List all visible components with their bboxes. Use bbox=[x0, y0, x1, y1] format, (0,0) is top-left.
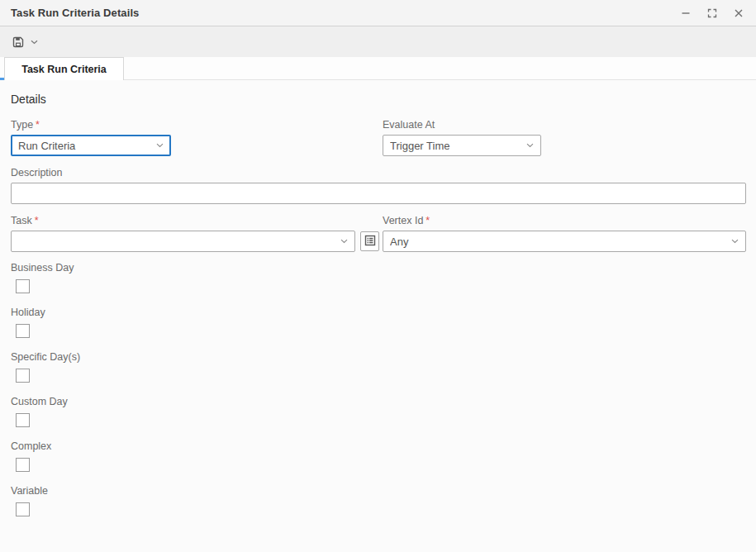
task-label: Task* bbox=[11, 215, 383, 226]
save-icon bbox=[12, 36, 25, 49]
holiday-checkbox[interactable] bbox=[16, 324, 30, 338]
description-label: Description bbox=[11, 167, 746, 178]
variable-label: Variable bbox=[11, 485, 746, 497]
window-title: Task Run Criteria Details bbox=[11, 7, 139, 19]
toolbar bbox=[0, 26, 756, 57]
business-day-label: Business Day bbox=[11, 262, 746, 274]
holiday-label: Holiday bbox=[11, 307, 746, 318]
complex-checkbox[interactable] bbox=[16, 458, 30, 472]
complex-label: Complex bbox=[11, 440, 746, 452]
custom-day-checkbox[interactable] bbox=[16, 413, 30, 427]
list-picker-icon bbox=[364, 235, 376, 249]
business-day-checkbox[interactable] bbox=[16, 279, 30, 293]
details-panel: Details Type* Run Criteria Evaluate At bbox=[0, 80, 756, 552]
maximize-icon bbox=[707, 8, 717, 18]
task-dropdown[interactable] bbox=[11, 231, 355, 252]
type-dropdown-value: Run Criteria bbox=[18, 140, 151, 152]
required-asterisk: * bbox=[36, 119, 40, 131]
evaluate-at-dropdown[interactable]: Trigger Time bbox=[383, 135, 541, 156]
required-asterisk: * bbox=[426, 215, 430, 226]
section-title: Details bbox=[11, 93, 746, 106]
task-picker-button[interactable] bbox=[360, 231, 379, 251]
tab-task-run-criteria[interactable]: Task Run Criteria bbox=[4, 57, 124, 80]
required-asterisk: * bbox=[35, 215, 39, 226]
type-dropdown[interactable]: Run Criteria bbox=[11, 135, 171, 156]
vertex-id-dropdown-value: Any bbox=[390, 236, 726, 248]
vertex-id-dropdown[interactable]: Any bbox=[383, 231, 746, 252]
custom-day-label: Custom Day bbox=[11, 396, 746, 407]
chevron-down-icon bbox=[156, 143, 164, 148]
task-run-criteria-details-window: Task Run Criteria Details bbox=[0, 0, 756, 552]
window-controls bbox=[678, 6, 746, 21]
tab-bar: Task Run Criteria bbox=[0, 57, 756, 80]
maximize-button[interactable] bbox=[705, 6, 720, 21]
close-button[interactable] bbox=[731, 6, 746, 21]
variable-checkbox[interactable] bbox=[16, 502, 30, 516]
save-dropdown-chevron-icon[interactable] bbox=[31, 40, 38, 45]
specific-days-label: Specific Day(s) bbox=[11, 351, 746, 363]
minimize-button[interactable] bbox=[678, 6, 693, 21]
description-input[interactable] bbox=[11, 183, 746, 204]
save-split-button[interactable] bbox=[8, 33, 41, 51]
minimize-icon bbox=[681, 8, 691, 18]
chevron-down-icon bbox=[340, 239, 348, 244]
chevron-down-icon bbox=[731, 239, 739, 244]
evaluate-at-label: Evaluate At bbox=[383, 119, 746, 131]
vertex-id-label: Vertex Id* bbox=[383, 215, 746, 226]
specific-days-checkbox[interactable] bbox=[16, 369, 30, 383]
chevron-down-icon bbox=[526, 143, 534, 148]
close-icon bbox=[734, 8, 744, 18]
type-label: Type* bbox=[11, 119, 383, 131]
evaluate-at-dropdown-value: Trigger Time bbox=[390, 140, 521, 152]
titlebar: Task Run Criteria Details bbox=[0, 0, 756, 26]
